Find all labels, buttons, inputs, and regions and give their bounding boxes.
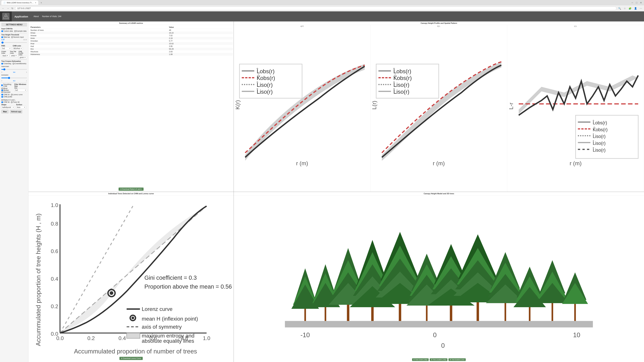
fws-select[interactable]: 5x5 ▼	[1, 47, 12, 50]
slide-bar-radio[interactable]: Slide bar	[1, 36, 10, 38]
search-icon[interactable]: 🔍	[618, 6, 622, 10]
chm-profile-color-btn[interactable]: green ▼	[18, 56, 27, 59]
summary-title: Summary of LiDAR metrics	[28, 21, 234, 25]
mean-radio[interactable]: Mean	[1, 87, 13, 89]
bookmark-icon[interactable]: ☆	[623, 6, 626, 10]
input-chm-section: Input CHM file Custom data Example data	[1, 28, 27, 32]
input-chm-radio-group: Custom data Example data	[1, 30, 27, 32]
svg-text:0.6: 0.6	[51, 248, 58, 254]
threshold-slider-track[interactable]	[1, 41, 27, 44]
svg-text:0.8: 0.8	[51, 221, 58, 227]
filter-size-select[interactable]: 3x3 ▼	[14, 89, 27, 92]
svg-text:L̂iso(r): L̂iso(r)	[256, 88, 273, 95]
download-location-csv-button[interactable]: ⬇ Tree location (.csv)	[448, 358, 466, 361]
canopy-title: Canopy Height Profile and Spatial Patter…	[234, 21, 644, 25]
download-lorenz-button[interactable]: ⬇ Download Lorenz Curve	[120, 357, 142, 360]
svg-text:-10: -10	[300, 331, 310, 338]
delineation-section: Tree Crowns Delineation CrownSeg CrownAl…	[1, 60, 27, 64]
crown-color-btn[interactable]: black ▼	[1, 54, 9, 57]
svg-text:0: 0	[441, 342, 445, 349]
sidebar-title: SETTINGS MENU	[1, 23, 27, 26]
run-button[interactable]: Run	[1, 110, 8, 113]
tree-1	[291, 268, 319, 321]
chm-3d-radio[interactable]: CHM 3d	[1, 101, 10, 103]
lorenz-curve-radio[interactable]: Lorenz curve	[11, 94, 23, 95]
svg-text:Gini coefficient =     0.3: Gini coefficient = 0.3	[144, 275, 197, 281]
svg-text:r (m): r (m)	[570, 160, 582, 166]
browser-controls: ← → ↻ 🔍 ☆ 🧩 👤 ⋯	[0, 5, 644, 11]
new-tab-button[interactable]: +	[40, 1, 43, 4]
tree-top-color-btn[interactable]: white ▼	[10, 54, 18, 57]
threshold-value: 1.37	[1, 39, 4, 40]
gaussian-radio[interactable]: Gaussian	[1, 91, 13, 93]
chm-color-select[interactable]: BlGrRed ▼	[13, 47, 23, 50]
svg-text:K(r): K(r)	[234, 100, 241, 110]
svg-line-55	[60, 206, 133, 333]
filter-windows-col: Filter Windows Size Size 3x3 ▼	[14, 83, 27, 92]
browser-tab[interactable]: 📄 Web-LiDAR forest inventory Tree... ✕	[1, 0, 38, 5]
maximize-button[interactable]: □	[635, 1, 638, 5]
numeric-input-radio[interactable]: Numeric input	[11, 36, 24, 38]
fws-select-arrow: ▼	[9, 48, 10, 49]
table-row: Number of trees48	[29, 29, 233, 32]
back-button[interactable]: ←	[1, 6, 5, 10]
nav-about[interactable]: About	[34, 15, 39, 17]
chm-profile-radio[interactable]: CHM profile	[1, 96, 12, 98]
canopy-a-label: a) K	[300, 25, 304, 27]
crown-allometry-radio[interactable]: CrownAllometry	[12, 63, 26, 64]
trees-3d-radio[interactable]: Trees 3d	[11, 101, 20, 103]
canopy-c-label: c) L	[574, 25, 577, 27]
trees3d-panel: Canopy Height Model and 3D trees	[234, 192, 644, 362]
tab-close-button[interactable]: ✕	[35, 2, 36, 4]
app-logo-image	[2, 13, 10, 20]
ripleys-kl-radio[interactable]: Ripley's K and L	[1, 99, 16, 101]
forward-button[interactable]: →	[6, 6, 10, 10]
table-row: Hcv56.28	[29, 48, 233, 50]
app-title: Application	[12, 15, 31, 18]
input-chm-label: Input CHM file	[1, 28, 27, 30]
svg-text:L̂iso(r): L̂iso(r)	[393, 82, 410, 88]
download-ripleys-button[interactable]: ⬇ Download Ripley's K and L	[118, 188, 144, 191]
close-button[interactable]: ✕	[639, 1, 643, 5]
minimize-button[interactable]: ─	[631, 1, 634, 5]
maxcrown-slider[interactable]	[1, 68, 27, 71]
table-row: Hkurtosis2.83	[29, 50, 233, 53]
reload-button[interactable]: ↻	[11, 6, 14, 10]
svg-text:absolute equality lines: absolute equality lines	[142, 338, 194, 344]
profile-icon[interactable]: 👤	[634, 6, 638, 10]
svg-point-1	[5, 15, 7, 17]
svg-text:Accummulated proportion of tre: Accummulated proportion of tree heights …	[35, 213, 42, 346]
divider-2	[1, 59, 27, 60]
fws-col: FWS 5x5 ▼	[1, 45, 12, 50]
example-data-radio[interactable]: Example data	[14, 30, 26, 32]
browser-chrome: 📄 Web-LiDAR forest inventory Tree... ✕ +…	[0, 0, 644, 11]
crown-seg-radio[interactable]: CrownSeg	[1, 63, 11, 64]
divider-1	[1, 33, 27, 33]
median-radio[interactable]: Median	[1, 89, 13, 91]
menu-icon[interactable]: ⋯	[639, 6, 643, 10]
trees3d-title: Canopy Height Model and 3D trees	[234, 192, 644, 195]
chm-2d-radio[interactable]: CHM 2d	[1, 94, 10, 95]
shape-select[interactable]: halfellipsoid ▼	[1, 106, 15, 109]
nav-visits: Number of Visits: 244	[42, 15, 62, 17]
smoothing-checkbox[interactable]: Smoothing CHM	[1, 83, 13, 87]
address-bar[interactable]	[15, 6, 616, 10]
svg-text:0.2: 0.2	[51, 303, 58, 309]
exclusion-slider[interactable]	[1, 77, 27, 79]
svg-text:Proportion above the mean =   : Proportion above the mean = 0.56	[144, 283, 232, 290]
browser-right-icons: 🔍 ☆ 🧩 👤 ⋯	[618, 6, 643, 10]
canopy-l2-chart: L̂obs(r) K̂obs(r) L̂iso(r) L̂iso(r) L̂is…	[507, 27, 644, 192]
svg-text:K̂obs(r): K̂obs(r)	[593, 127, 608, 132]
svg-text:L̂obs(r): L̂obs(r)	[393, 68, 412, 74]
surface-select[interactable]: lines ▼	[16, 106, 26, 109]
download-crown-button[interactable]: ⬇ Tree Crown (.shp)	[412, 358, 429, 361]
refresh-button[interactable]: Refresh app	[10, 110, 22, 113]
shape-col: Shape halfellipsoid ▼	[1, 104, 15, 109]
extensions-icon[interactable]: 🧩	[628, 6, 632, 10]
custom-data-radio[interactable]: Custom data	[1, 30, 13, 32]
lorenz-chart: Accummulated proportion of tree heights …	[28, 195, 234, 355]
canopy-sub-c: c) L L̂obs(r)	[507, 25, 644, 192]
fws-chm-row: FWS 5x5 ▼ CHM color BlGrRed ▼	[1, 45, 27, 50]
canopy-sub-a: a) K L̂obs(r)	[234, 25, 370, 192]
download-location-shp-button[interactable]: ⬇ Tree Location (.shp)	[430, 358, 448, 361]
